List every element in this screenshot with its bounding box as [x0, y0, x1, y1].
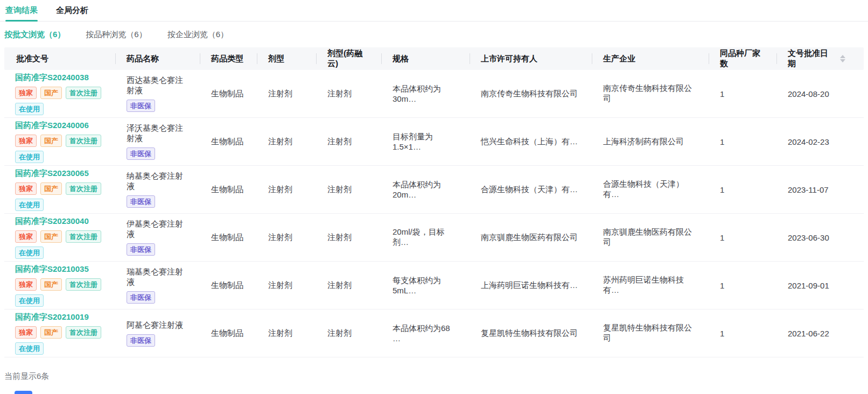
dosage-form-cell: 注射剂	[257, 89, 317, 99]
spec-cell: 每支体积约为5mL…	[382, 276, 470, 295]
header-manufacturer: 生产企业	[592, 47, 709, 70]
drug-type-cell: 生物制品	[200, 233, 257, 243]
same-species-count-cell: 1	[709, 137, 777, 146]
dosage-form-yry-cell: 注射剂	[317, 233, 382, 243]
first-registration-badge: 首次注册	[66, 87, 101, 99]
first-registration-badge: 首次注册	[66, 182, 101, 195]
manufacturer-cell: 南京传奇生物科技有限公司	[592, 83, 709, 104]
drug-name-cell: 西达基奥仑赛注射液 非医保	[116, 75, 200, 112]
drug-type-cell: 生物制品	[200, 185, 257, 195]
approval-badges: 独家国产首次注册在使用	[15, 278, 105, 307]
drug-name-text: 纳基奥仑赛注射液	[127, 171, 190, 192]
sort-icon[interactable]	[840, 55, 845, 62]
spec-cell: 目标剂量为1.5×1…	[382, 132, 470, 151]
non-medical-insurance-badge: 非医保	[127, 100, 155, 112]
approval-no-cell: 国药准字S20210019 独家国产首次注册在使用	[4, 312, 116, 355]
subtab-by-approval[interactable]: 按批文浏览（6）	[4, 30, 65, 40]
tab-global-analysis[interactable]: 全局分析	[56, 0, 88, 21]
tab-query-results[interactable]: 查询结果	[5, 0, 38, 21]
drug-name-cell: 阿基仑赛注射液 非医保	[116, 320, 200, 347]
approval-date-cell: 2023-06-30	[777, 233, 856, 242]
approval-badges: 独家国产首次注册在使用	[15, 182, 105, 211]
drug-name-text: 瑞基奥仑赛注射液	[127, 267, 190, 287]
result-tabbar: 查询结果 全局分析	[0, 0, 868, 22]
drug-name-cell: 瑞基奥仑赛注射液 非医保	[116, 267, 200, 304]
approval-no-cell: 国药准字S20210035 独家国产首次注册在使用	[4, 264, 116, 307]
approval-badges: 独家国产首次注册在使用	[15, 326, 105, 355]
pagination-page-button[interactable]	[15, 391, 32, 394]
first-registration-badge: 首次注册	[66, 326, 101, 339]
subtab-by-species[interactable]: 按品种浏览（6）	[86, 30, 146, 40]
in-use-badge: 在使用	[15, 342, 44, 355]
dosage-form-yry-cell: 注射剂	[317, 89, 382, 99]
holder-cell: 上海药明巨诺生物科技有…	[470, 280, 592, 291]
approval-badges: 独家国产首次注册在使用	[15, 135, 105, 163]
first-registration-badge: 首次注册	[66, 278, 101, 291]
domestic-badge: 国产	[40, 135, 62, 147]
exclusive-badge: 独家	[15, 326, 37, 339]
same-species-count-cell: 1	[709, 329, 777, 338]
spec-cell: 本品体积约为30m…	[382, 84, 470, 103]
approval-no-cell: 国药准字S20240006 独家国产首次注册在使用	[4, 121, 116, 163]
non-medical-insurance-badge: 非医保	[127, 291, 155, 304]
table-row: 国药准字S20240038 独家国产首次注册在使用 西达基奥仑赛注射液 非医保 …	[4, 70, 864, 118]
manufacturer-cell: 上海科济制药有限公司	[592, 137, 709, 147]
results-table: 批准文号 药品名称 药品类型 剂型 剂型(药融云) 规格 上市许可持有人 生产企…	[4, 47, 864, 357]
same-species-count-cell: 1	[709, 185, 777, 194]
approval-no-cell: 国药准字S20230065 独家国产首次注册在使用	[4, 168, 116, 211]
exclusive-badge: 独家	[15, 87, 37, 99]
header-approval-date[interactable]: 文号批准日期	[777, 47, 856, 70]
domestic-badge: 国产	[40, 326, 62, 339]
drug-name-text: 泽沃基奥仑赛注射液	[127, 123, 190, 144]
domestic-badge: 国产	[40, 278, 62, 291]
dosage-form-cell: 注射剂	[257, 233, 317, 243]
holder-cell: 合源生物科技（天津）有…	[470, 185, 592, 195]
in-use-badge: 在使用	[15, 151, 44, 163]
header-approval-date-label: 文号批准日期	[788, 48, 836, 69]
table-row: 国药准字S20210035 独家国产首次注册在使用 瑞基奥仑赛注射液 非医保 生…	[4, 262, 864, 309]
approval-no-link[interactable]: 国药准字S20230065	[15, 168, 105, 179]
approval-no-link[interactable]: 国药准字S20210019	[15, 312, 105, 322]
approval-no-link[interactable]: 国药准字S20210035	[15, 264, 105, 275]
drug-name-text: 阿基仑赛注射液	[127, 320, 190, 330]
non-medical-insurance-badge: 非医保	[127, 334, 155, 347]
header-drug-type: 药品类型	[200, 47, 257, 70]
in-use-badge: 在使用	[15, 294, 44, 307]
approval-no-link[interactable]: 国药准字S20240006	[15, 121, 105, 131]
dosage-form-cell: 注射剂	[257, 137, 317, 147]
caret-up-icon	[840, 55, 845, 58]
subtab-by-company[interactable]: 按企业浏览（6）	[167, 30, 228, 40]
dosage-form-cell: 注射剂	[257, 185, 317, 195]
first-registration-badge: 首次注册	[66, 135, 101, 147]
in-use-badge: 在使用	[15, 247, 44, 259]
header-same-species-count: 同品种厂家数	[709, 47, 777, 70]
approval-no-cell: 国药准字S20230040 独家国产首次注册在使用	[4, 216, 116, 259]
approval-no-link[interactable]: 国药准字S20240038	[15, 73, 105, 83]
same-species-count-cell: 1	[709, 281, 777, 290]
drug-name-cell: 纳基奥仑赛注射液 非医保	[116, 171, 200, 208]
approval-date-cell: 2024-08-20	[777, 89, 856, 99]
approval-no-link[interactable]: 国药准字S20230040	[15, 216, 105, 227]
approval-no-cell: 国药准字S20240038 独家国产首次注册在使用	[4, 73, 116, 115]
holder-cell: 南京传奇生物科技有限公司	[470, 89, 592, 99]
non-medical-insurance-badge: 非医保	[127, 147, 155, 160]
drug-name-cell: 伊基奥仑赛注射液 非医保	[116, 219, 200, 256]
drug-name-text: 西达基奥仑赛注射液	[127, 75, 190, 96]
manufacturer-cell: 合源生物科技（天津）有…	[592, 179, 709, 200]
header-approval-no: 批准文号	[4, 47, 116, 70]
header-dosage-form: 剂型	[257, 47, 317, 70]
browse-subtabs: 按批文浏览（6） 按品种浏览（6） 按企业浏览（6）	[0, 22, 868, 47]
table-header: 批准文号 药品名称 药品类型 剂型 剂型(药融云) 规格 上市许可持有人 生产企…	[4, 47, 864, 70]
approval-badges: 独家国产首次注册在使用	[15, 87, 105, 115]
spec-cell: 本品体积约为68 …	[382, 323, 470, 343]
same-species-count-cell: 1	[709, 233, 777, 242]
non-medical-insurance-badge: 非医保	[127, 195, 155, 208]
approval-date-cell: 2024-02-23	[777, 137, 856, 146]
table-row: 国药准字S20230040 独家国产首次注册在使用 伊基奥仑赛注射液 非医保 生…	[4, 214, 864, 262]
dosage-form-cell: 注射剂	[257, 328, 317, 339]
manufacturer-cell: 复星凯特生物科技有限公司	[592, 323, 709, 343]
approval-badges: 独家国产首次注册在使用	[15, 230, 105, 259]
header-holder: 上市许可持有人	[470, 47, 592, 70]
result-count-text: 当前显示6条	[0, 357, 868, 382]
domestic-badge: 国产	[40, 230, 62, 243]
